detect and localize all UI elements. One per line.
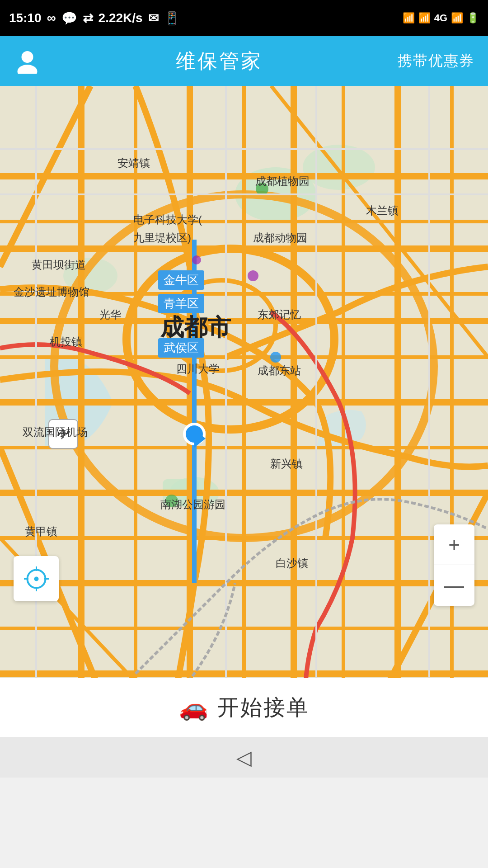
start-order-text: 开始接单: [217, 693, 310, 722]
svg-text:✈: ✈: [56, 425, 70, 443]
status-bar: 15:10 ∞ 💬 ⇄ 2.22K/s ✉ 📱 📶 📶 4G 📶 🔋: [0, 0, 488, 36]
car-service-icon: 🚗: [179, 694, 208, 722]
status-left: 15:10 ∞ 💬 ⇄ 2.22K/s ✉ 📱: [9, 11, 180, 26]
app-title: 维保管家: [176, 48, 263, 75]
status-usb-icon: ⇄: [83, 11, 93, 26]
map-svg: ✈: [0, 86, 488, 778]
back-button[interactable]: ◁: [230, 744, 258, 771]
map-container[interactable]: ✈ 安靖镇成都植物园木兰镇电子科技大学(九里堤校区)成都动物园黄田坝街道金牛区金…: [0, 86, 488, 778]
svg-point-55: [34, 576, 38, 581]
status-speed: 2.22K/s: [99, 11, 143, 25]
svg-point-46: [270, 352, 281, 363]
back-icon: ◁: [236, 746, 252, 769]
status-infinity: ∞: [47, 11, 56, 25]
user-icon: [15, 49, 40, 74]
svg-point-47: [165, 495, 178, 507]
zoom-out-button[interactable]: —: [434, 565, 474, 606]
svg-point-43: [256, 183, 268, 195]
my-location-button[interactable]: [14, 556, 59, 601]
status-chat-icon: 💬: [61, 11, 77, 26]
location-icon: [24, 566, 49, 591]
svg-point-1: [17, 65, 37, 74]
status-time: 15:10: [9, 11, 42, 25]
status-signal2-icon: 📶: [451, 12, 463, 24]
svg-point-44: [192, 255, 201, 264]
svg-point-0: [21, 51, 33, 63]
status-signal-icon: 📶: [418, 12, 431, 24]
status-msg-icon: ✉: [148, 11, 159, 26]
map-zoom-controls: + —: [434, 524, 474, 606]
coupon-button[interactable]: 携带优惠券: [398, 51, 474, 71]
status-wifi-icon: 📶: [403, 12, 415, 24]
status-4g-label: 4G: [434, 12, 447, 24]
header: 维保管家 携带优惠券: [0, 36, 488, 86]
zoom-in-button[interactable]: +: [434, 524, 474, 565]
status-battery-icon: 🔋: [467, 12, 479, 24]
nav-bar: ◁: [0, 737, 488, 778]
status-phone-icon: 📱: [164, 11, 180, 26]
status-right: 📶 📶 4G 📶 🔋: [403, 12, 479, 24]
svg-point-45: [248, 270, 258, 281]
user-profile-button[interactable]: [14, 47, 41, 75]
svg-point-5: [303, 145, 375, 190]
start-order-button[interactable]: 🚗 开始接单: [0, 678, 488, 737]
bottom-panel: 🚗 开始接单 ◁: [0, 678, 488, 778]
